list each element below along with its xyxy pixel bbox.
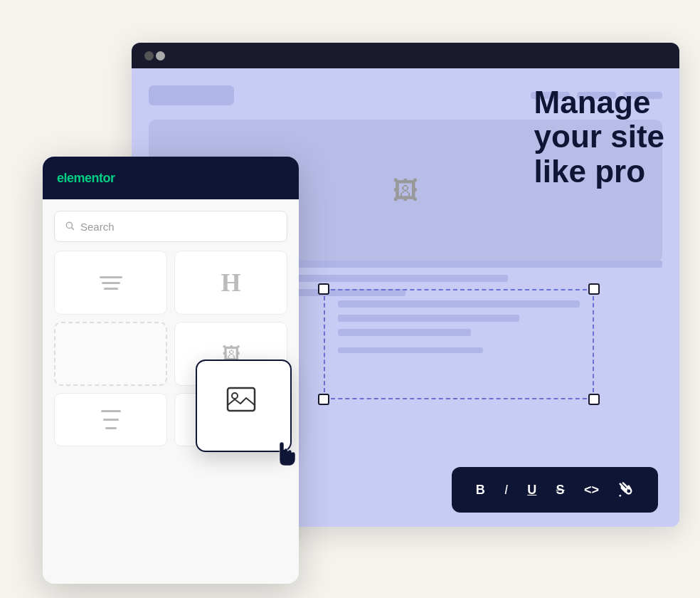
search-icon [65,221,75,233]
resize-handle-bl[interactable] [318,394,329,405]
resize-handle-tl[interactable] [318,283,329,295]
content-widget[interactable] [54,393,167,446]
heading-widget[interactable]: H [174,251,287,315]
svg-point-7 [232,393,238,399]
paint-button[interactable] [614,479,638,500]
resize-handle-tr[interactable] [588,283,600,295]
dragging-image-icon [226,387,262,425]
text-widget[interactable] [54,251,167,315]
strikethrough-button[interactable]: S [552,480,569,500]
selection-border [324,289,594,399]
content-lines-icon [101,409,121,431]
italic-button[interactable]: I [500,480,512,500]
panel-logo: elementor [57,171,115,186]
selected-text-block[interactable] [324,289,594,399]
icon-line [103,419,119,421]
hand-cursor-svg [274,440,297,467]
svg-rect-6 [228,388,255,411]
text-lines-icon [100,276,122,290]
dragging-image-widget[interactable] [196,360,292,452]
format-toolbar: B I U S <> [452,467,658,513]
hero-image-icon: 🖼 [393,176,418,206]
icon-line [104,288,118,290]
logo-circle-dark [144,51,154,61]
svg-point-2 [66,222,72,228]
browser-logo [144,51,165,61]
browser-titlebar [132,43,679,68]
logo-circle-light [156,51,165,61]
image-widget-placeholder[interactable] [54,322,167,386]
svg-line-3 [72,227,74,229]
icon-line [102,282,120,284]
underline-button[interactable]: U [523,480,541,500]
search-placeholder: Search [80,221,115,233]
bold-button[interactable]: B [472,480,489,500]
panel-header: elementor [43,157,299,199]
code-button[interactable]: <> [580,480,603,500]
icon-line [105,427,117,429]
cursor-hand [274,440,297,472]
hero-image-placeholder: 🖼 [384,173,427,209]
icon-line [101,410,121,412]
resize-handle-br[interactable] [588,394,600,405]
fake-search-bar [149,85,234,105]
heading-icon: H [221,268,240,298]
manage-headline: Manage your site like pro [534,85,664,189]
icon-line [100,276,122,278]
search-bar[interactable]: Search [54,211,287,242]
widget-image-svg [226,387,262,419]
